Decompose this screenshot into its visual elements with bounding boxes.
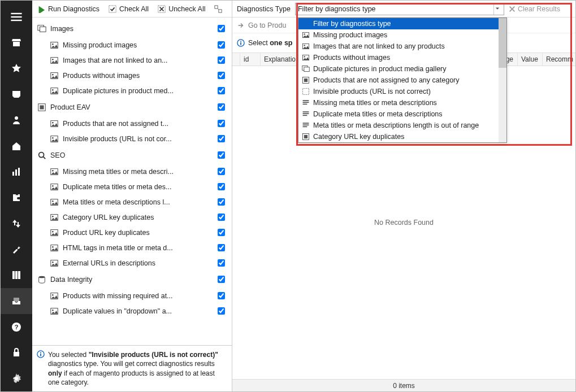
dropdown-scrollbar[interactable] (499, 18, 506, 142)
tree-item[interactable]: Meta titles or meta descriptions l... (34, 194, 229, 210)
tree-item[interactable]: Duplicate pictures in product med... (34, 83, 229, 98)
tree-group[interactable]: Product EAV (34, 98, 229, 116)
item-icon (49, 182, 59, 192)
inbox-icon[interactable] (1, 81, 32, 107)
updown-icon[interactable] (1, 211, 32, 237)
columns-icon[interactable] (1, 262, 32, 288)
dropdown-item[interactable]: Filter by diagnostics type (298, 18, 506, 29)
col-value[interactable]: Value (518, 53, 543, 66)
dropdown-item[interactable]: Invisible products (URL is not correct) (298, 86, 506, 97)
diagnostics-type-value: Filter by diagnostics type (298, 5, 493, 13)
tree-item[interactable]: Products without images (34, 68, 229, 83)
tree-item[interactable]: Images that are not linked to an... (34, 53, 229, 68)
group-checkbox[interactable] (213, 102, 229, 112)
item-checkbox[interactable] (213, 166, 229, 177)
tree-group[interactable]: Data Integrity (34, 271, 229, 288)
tray-icon[interactable] (1, 288, 32, 314)
dropdown-item-label: Meta titles or meta descriptions length … (313, 121, 479, 129)
item-checkbox[interactable] (213, 227, 229, 238)
tree-item[interactable]: Products that are not assigned t... (34, 116, 229, 131)
group-label: Data Integrity (50, 276, 213, 284)
dropdown-item-label: Missing product images (313, 31, 387, 39)
item-checkbox[interactable] (213, 118, 229, 129)
tree-item[interactable]: HTML tags in meta title or meta d... (34, 240, 229, 255)
puzzle-icon[interactable] (1, 185, 32, 211)
tree-group[interactable]: SEO (34, 146, 229, 164)
diagnostics-tree[interactable]: Images Missing product images Images tha… (32, 18, 232, 345)
dropdown-item[interactable]: Products without images (298, 52, 506, 63)
item-checkbox[interactable] (213, 258, 229, 268)
store-icon[interactable] (1, 30, 32, 56)
tree-item[interactable]: Duplicate meta titles or meta des... (34, 179, 229, 194)
dropdown-item[interactable]: Images that are not linked to any produc… (298, 41, 506, 52)
dropdown-item[interactable]: Meta titles or meta descriptions length … (298, 120, 506, 131)
group-checkbox[interactable] (213, 23, 229, 34)
dropdown-item-icon (302, 42, 310, 50)
dropdown-item-label: Duplicate meta titles or meta descriptio… (313, 110, 443, 118)
item-icon (49, 258, 59, 268)
person-icon[interactable] (1, 107, 32, 133)
item-label: Duplicate pictures in product med... (63, 87, 213, 95)
gear-icon[interactable] (1, 365, 32, 391)
item-icon (49, 291, 59, 301)
dropdown-item[interactable]: Missing meta titles or meta descriptions (298, 97, 506, 108)
dropdown-item[interactable]: Products that are not assigned to any ca… (298, 75, 506, 86)
item-checkbox[interactable] (213, 306, 229, 316)
uncheck-all-icon (158, 5, 166, 13)
item-checkbox[interactable] (213, 85, 229, 96)
uncheck-all-button[interactable]: Uncheck All (156, 4, 207, 14)
lock-icon[interactable] (1, 340, 32, 366)
tree-item[interactable]: Missing product images (34, 37, 229, 53)
help-icon[interactable] (1, 314, 32, 340)
home-icon[interactable] (1, 133, 32, 159)
menu-icon[interactable] (1, 4, 32, 30)
check-all-label: Check All (119, 5, 149, 13)
tree-item[interactable]: Missing meta titles or meta descri... (34, 164, 229, 179)
item-label: Products with missing required at... (63, 292, 213, 300)
dropdown-item-icon (302, 31, 310, 39)
diagnostics-type-dropdown-list[interactable]: Filter by diagnostics typeMissing produc… (298, 18, 507, 143)
col-id[interactable]: id (240, 53, 261, 66)
item-checkbox[interactable] (213, 181, 229, 192)
group-checkbox[interactable] (213, 150, 229, 160)
star-icon[interactable] (1, 55, 32, 81)
item-checkbox[interactable] (213, 40, 229, 50)
results-grid-footer: 0 items (232, 379, 575, 391)
no-records-label: No Records Found (374, 219, 434, 227)
col-recomm[interactable]: Recomm (543, 53, 575, 66)
tree-item[interactable]: Products with missing required at... (34, 288, 229, 303)
dropdown-item[interactable]: Duplicate meta titles or meta descriptio… (298, 108, 506, 120)
check-all-button[interactable]: Check All (107, 4, 150, 14)
item-checkbox[interactable] (213, 290, 229, 301)
goto-product-button[interactable]: Go to Produ (248, 21, 286, 29)
item-checkbox[interactable] (213, 242, 229, 253)
item-checkbox[interactable] (213, 55, 229, 66)
run-diagnostics-button[interactable]: Run Diagnostics (36, 4, 101, 14)
tree-item[interactable]: External URLs in descriptions (34, 255, 229, 271)
clear-results-button[interactable]: Clear Results (509, 5, 560, 13)
dropdown-item[interactable]: Duplicate pictures in product media gall… (298, 63, 506, 75)
item-icon (49, 40, 59, 50)
tree-item[interactable]: Category URL key duplicates (34, 210, 229, 225)
tree-item[interactable]: Invisible products (URL is not cor... (34, 131, 229, 146)
info-text-2c: if each of magento products is assigned … (48, 369, 215, 386)
wrench-icon[interactable] (1, 237, 32, 263)
item-checkbox[interactable] (213, 197, 229, 207)
item-checkbox[interactable] (213, 212, 229, 223)
dropdown-item-label: Images that are not linked to any produc… (313, 42, 445, 50)
item-checkbox[interactable] (213, 133, 229, 144)
chart-icon[interactable] (1, 159, 32, 185)
item-checkbox[interactable] (213, 70, 229, 81)
tree-item[interactable]: Duplicate values in "dropdown" a... (34, 303, 229, 319)
dropdown-item-icon (302, 121, 310, 129)
info-icon (37, 350, 45, 360)
tree-group[interactable]: Images (34, 20, 229, 37)
dropdown-item[interactable]: Category URL key duplicates (298, 131, 506, 142)
info-box: You selected "Invisible products (URL is… (32, 345, 232, 391)
diagnostics-type-dropdown[interactable]: Filter by diagnostics type (295, 3, 504, 15)
dropdown-item[interactable]: Missing product images (298, 29, 506, 41)
info-text-1b: "Invisible products (URL is not correct)… (89, 351, 218, 359)
group-checkbox[interactable] (213, 274, 229, 285)
expand-collapse-button[interactable] (213, 4, 224, 14)
tree-item[interactable]: Product URL key duplicates (34, 225, 229, 240)
